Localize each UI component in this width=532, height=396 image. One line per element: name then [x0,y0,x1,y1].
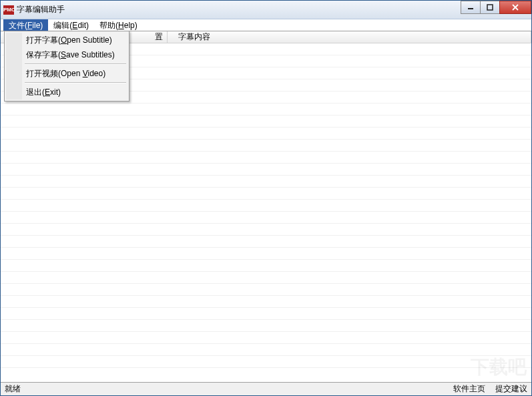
menu-separator [25,82,126,83]
maximize-button[interactable] [480,1,500,14]
table-row [1,236,531,248]
svg-rect-1 [487,5,493,10]
table-row [1,308,531,320]
window-title: 字幕编辑助手 [17,4,65,15]
table-row [1,272,531,284]
status-right: 软件主页 提交建议 [445,383,527,395]
status-homepage-link[interactable]: 软件主页 [453,384,485,393]
table-row [1,248,531,260]
minimize-button[interactable] [461,1,481,14]
menu-item-label: 退出(Exit) [26,87,61,97]
table-row [1,224,531,236]
menu-item-save-subtitles[interactable]: 保存字幕(Save Subtitles) [6,47,127,62]
table-row [1,200,531,212]
menu-item-label: 打开字幕(Open Subtitle) [26,35,112,45]
table-row [1,320,531,332]
file-menu-dropdown: 打开字幕(Open Subtitle) 保存字幕(Save Subtitles)… [4,31,129,102]
window-controls [461,1,531,14]
table-row [1,176,531,188]
menu-item-open-subtitle[interactable]: 打开字幕(Open Subtitle) [6,33,127,47]
status-ready: 就绪 [5,383,21,395]
menubar: 文件(File) 编辑(Edit) 帮助(Help) [1,19,531,31]
table-row [1,260,531,272]
statusbar: 就绪 软件主页 提交建议 [1,382,531,395]
menu-edit[interactable]: 编辑(Edit) [48,19,94,31]
table-row [1,152,531,164]
close-icon [511,4,519,11]
table-row [1,212,531,224]
close-button[interactable] [499,1,531,14]
table-row [1,128,531,140]
table-row [1,344,531,356]
menu-item-open-video[interactable]: 打开视频(Open Video) [6,66,127,81]
menu-item-exit[interactable]: 退出(Exit) [6,85,127,100]
menu-item-label: 打开视频(Open Video) [26,69,105,78]
menu-help[interactable]: 帮助(Help) [94,19,143,31]
menu-item-label: 保存字幕(Save Subtitles) [26,50,115,59]
table-row [1,164,531,176]
table-row [1,296,531,308]
app-icon: PMC [3,5,14,15]
table-row [1,332,531,344]
menu-file[interactable]: 文件(File) [3,19,48,31]
table-row [1,188,531,200]
table-row [1,104,531,116]
titlebar[interactable]: PMC 字幕编辑助手 [1,1,531,19]
maximize-icon [487,4,493,11]
table-row [1,356,531,368]
status-feedback-link[interactable]: 提交建议 [495,384,527,393]
minimize-icon [467,4,474,11]
table-row [1,140,531,152]
table-row [1,116,531,128]
column-header-content[interactable]: 字幕内容 [168,31,531,43]
menu-separator [25,63,126,65]
table-row [1,284,531,296]
